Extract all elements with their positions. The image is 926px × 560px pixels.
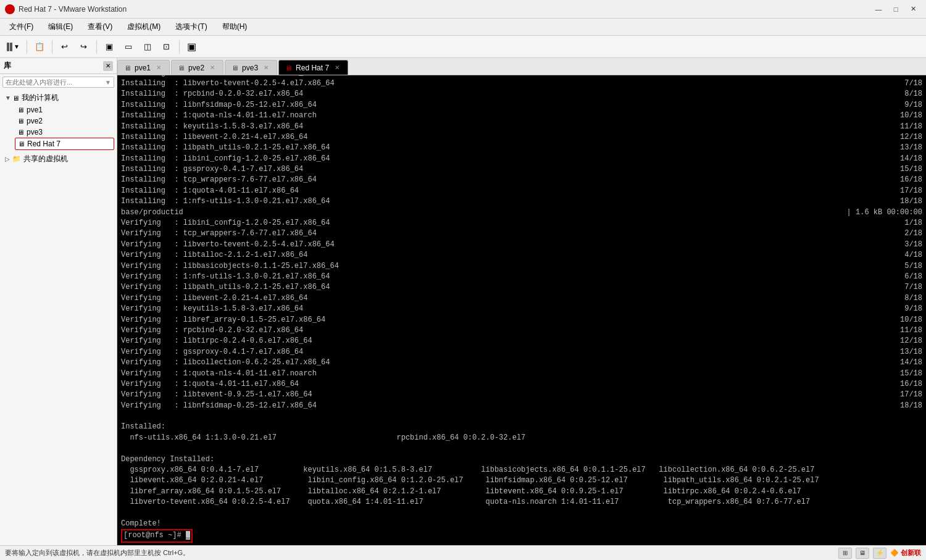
tab-pve1[interactable]: 🖥 pve1 ✕ <box>117 60 170 75</box>
shared-icon: 📁 <box>12 155 21 163</box>
vm-tree: ▼ 🖥 我的计算机 🖥 pve1 🖥 pve2 🖥 pve3 <box>0 90 117 545</box>
status-icon-3[interactable]: ⚡ <box>873 548 886 559</box>
tab-icon-pve2: 🖥 <box>178 64 185 72</box>
mycomputer-label: 我的计算机 <box>22 93 59 103</box>
tree-section-mypc: ▼ 🖥 我的计算机 🖥 pve1 🖥 pve2 🖥 pve3 <box>0 90 117 167</box>
terminal-output[interactable]: Installing : libtirpc-0.2.4-0.6.el7.x86_… <box>117 75 926 545</box>
vm-icon-pve1: 🖥 <box>17 106 24 114</box>
toolbar-back-button[interactable]: ↩ <box>56 38 73 56</box>
search-dropdown-icon[interactable]: ▼ <box>105 79 111 86</box>
sidebar-title: 库 <box>4 61 11 71</box>
toolbar-clipboard-button[interactable]: 📋 <box>31 38 48 56</box>
tree-node-pve1[interactable]: 🖥 pve1 <box>15 104 114 115</box>
sidebar-close-button[interactable]: ✕ <box>103 61 113 71</box>
statusbar-text: 要将输入定向到该虚拟机，请在虚拟机内部里主机按 Ctrl+G。 <box>5 548 190 558</box>
tab-close-pve1[interactable]: ✕ <box>154 64 163 72</box>
tree-node-pve2[interactable]: 🖥 pve2 <box>15 115 114 127</box>
tab-icon-redhat7: 🖥 <box>285 64 292 72</box>
statusbar-icons: ⊞ 🖥 ⚡ 🔶 创新联 <box>838 548 921 559</box>
search-input[interactable] <box>6 78 105 86</box>
toolbar-separator-1 <box>27 40 27 54</box>
pve1-label: pve1 <box>27 106 43 114</box>
menu-item-t[interactable]: 选项卡(T) <box>169 20 214 34</box>
toolbar: ▼ 📋 ↩ ↪ ▣ ▭ ◫ ⊡ ▣ <box>0 36 926 58</box>
vm-icon-pve2: 🖥 <box>17 117 24 125</box>
tree-node-redhat7[interactable]: 🖥 Red Hat 7 <box>15 138 114 150</box>
toolbar-forward-button[interactable]: ↪ <box>75 38 93 56</box>
computer-icon: 🖥 <box>12 94 19 102</box>
tree-children: 🖥 pve1 🖥 pve2 🖥 pve3 🖥 Red Hat 7 <box>2 104 114 150</box>
toolbar-view3-button[interactable]: ◫ <box>139 38 156 56</box>
expand-arrow-shared-icon: ▷ <box>5 156 12 162</box>
tab-label-pve1: pve1 <box>135 64 151 72</box>
sidebar: 库 ✕ ▼ ▼ 🖥 我的计算机 🖥 pve1 🖥 <box>0 58 117 545</box>
pause-button[interactable]: ▼ <box>4 38 23 56</box>
titlebar: Red Hat 7 - VMware Workstation — □ ✕ <box>0 0 926 19</box>
minimize-button[interactable]: — <box>870 3 886 15</box>
tree-node-pve3[interactable]: 🖥 pve3 <box>15 127 114 138</box>
brand-text: 🔶 创新联 <box>890 548 921 558</box>
main-area: 库 ✕ ▼ ▼ 🖥 我的计算机 🖥 pve1 🖥 <box>0 58 926 545</box>
toolbar-view4-button[interactable]: ⊡ <box>158 38 175 56</box>
menubar: 文件(F)编辑(E)查看(V)虚拟机(M)选项卡(T)帮助(H) <box>0 19 926 36</box>
window-title: Red Hat 7 - VMware Workstation <box>19 5 870 14</box>
tab-pve2[interactable]: 🖥 pve2 ✕ <box>171 60 223 75</box>
expand-arrow-icon: ▼ <box>5 94 12 101</box>
window-controls: — □ ✕ <box>870 3 921 15</box>
tab-label-pve3: pve3 <box>242 64 258 72</box>
pve2-label: pve2 <box>27 117 43 125</box>
sidebar-header: 库 ✕ <box>0 58 117 74</box>
tab-icon-pve1: 🖥 <box>124 64 131 72</box>
toolbar-view1-button[interactable]: ▣ <box>101 38 118 56</box>
menu-item-h[interactable]: 帮助(H) <box>215 20 254 34</box>
redhat7-label: Red Hat 7 <box>27 140 60 148</box>
tab-redhat7[interactable]: 🖥 Red Hat 7 ✕ <box>278 60 348 75</box>
toolbar-fullscreen-button[interactable]: ▣ <box>183 38 201 56</box>
toolbar-view2-button[interactable]: ▭ <box>120 38 137 56</box>
tree-node-mycomputer[interactable]: ▼ 🖥 我的计算机 <box>2 91 114 104</box>
tab-label-pve2: pve2 <box>188 64 204 72</box>
vm-icon-redhat7: 🖥 <box>18 140 25 148</box>
toolbar-separator-3 <box>96 40 97 54</box>
toolbar-separator-4 <box>179 40 180 54</box>
tab-pve3[interactable]: 🖥 pve3 ✕ <box>225 60 277 75</box>
statusbar: 要将输入定向到该虚拟机，请在虚拟机内部里主机按 Ctrl+G。 ⊞ 🖥 ⚡ 🔶 … <box>0 545 926 560</box>
shared-label: 共享的虚拟机 <box>23 154 68 164</box>
toolbar-separator-2 <box>52 40 52 54</box>
maximize-button[interactable]: □ <box>888 3 904 15</box>
tab-icon-pve3: 🖥 <box>231 64 238 72</box>
tab-close-pve2[interactable]: ✕ <box>208 64 217 72</box>
vm-icon-pve3: 🖥 <box>17 128 24 136</box>
tree-node-shared[interactable]: ▷ 📁 共享的虚拟机 <box>2 153 114 165</box>
content-area: 🖥 pve1 ✕ 🖥 pve2 ✕ 🖥 pve3 ✕ 🖥 Red Hat 7 ✕… <box>117 58 926 545</box>
menu-item-m[interactable]: 虚拟机(M) <box>120 20 167 34</box>
status-icon-2[interactable]: 🖥 <box>856 548 869 559</box>
tab-bar: 🖥 pve1 ✕ 🖥 pve2 ✕ 🖥 pve3 ✕ 🖥 Red Hat 7 ✕ <box>117 58 926 75</box>
tab-close-redhat7[interactable]: ✕ <box>333 64 341 72</box>
close-button[interactable]: ✕ <box>905 3 921 15</box>
menu-item-f[interactable]: 文件(F) <box>2 20 40 34</box>
tab-label-redhat7: Red Hat 7 <box>296 64 329 72</box>
tab-close-pve3[interactable]: ✕ <box>262 64 270 72</box>
app-icon <box>5 4 15 14</box>
menu-item-v[interactable]: 查看(V) <box>81 20 119 34</box>
search-box[interactable]: ▼ <box>2 77 114 88</box>
pve3-label: pve3 <box>27 128 43 136</box>
status-icon-1[interactable]: ⊞ <box>838 548 852 559</box>
menu-item-e[interactable]: 编辑(E) <box>41 20 80 34</box>
